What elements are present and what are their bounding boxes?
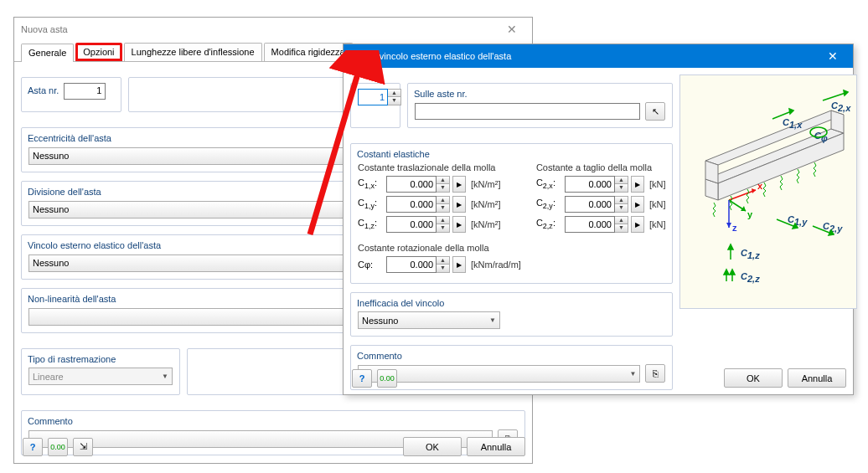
spin-up-icon[interactable]: ▲ <box>388 90 400 97</box>
spin-down-icon[interactable]: ▼ <box>388 97 400 105</box>
svg-marker-35 <box>730 270 735 275</box>
spinner-c2y[interactable]: ▲▼ <box>565 196 628 213</box>
main-title: Nuova asta <box>21 24 68 34</box>
label-taper: Tipo di rastremazione <box>25 354 118 364</box>
group-constants: Costanti elastiche Costante traslazional… <box>350 143 673 284</box>
group-taper: Tipo di rastremazione Lineare▼ <box>21 348 180 395</box>
svg-marker-31 <box>728 244 733 249</box>
help-icon[interactable]: ? <box>23 438 43 456</box>
export-icon[interactable]: ⇲ <box>73 438 93 456</box>
close-icon[interactable]: ✕ <box>819 49 846 63</box>
cancel-button[interactable]: Annulla <box>467 437 525 456</box>
label-cphi: Cφ: <box>358 260 385 270</box>
help-icon[interactable]: ? <box>352 369 372 388</box>
spinner-c1y[interactable]: ▲▼ <box>386 196 450 213</box>
units-icon[interactable]: 0.00 <box>48 438 68 456</box>
spinner-c2x[interactable]: ▲▼ <box>565 176 628 193</box>
tab-modify[interactable]: Modifica rigidezza <box>264 43 353 61</box>
field-asta-nr[interactable]: 1 <box>64 83 106 100</box>
pick-members-icon[interactable]: ↖ <box>645 102 665 121</box>
dropdown-ineff[interactable]: Nessuno▼ <box>358 311 500 329</box>
spinner-c2z[interactable]: ▲▼ <box>565 216 628 233</box>
group-asta-nr: Asta nr. 1 <box>21 77 121 112</box>
label-shear: Costante a taglio della molla <box>536 162 666 172</box>
spinner-nr[interactable]: ▲▼ <box>358 89 401 105</box>
play-icon[interactable]: ▶ <box>452 216 466 233</box>
label-eccentricity: Eccentricità dell'asta <box>25 133 114 143</box>
close-icon[interactable]: ✕ <box>499 23 525 36</box>
dialog-window: Nuovo vincolo esterno elastico dell'asta… <box>343 44 854 395</box>
svg-marker-4 <box>705 161 718 183</box>
play-icon[interactable]: ▶ <box>631 196 644 213</box>
label-asta-nr: Asta nr. <box>25 85 61 95</box>
label-c1x: C1,x: <box>358 177 385 190</box>
group-on-members: Sulle aste nr. ↖ <box>407 83 673 128</box>
label-c1z: C1,z: <box>358 218 385 230</box>
svg-text:C2,z: C2,z <box>741 271 760 284</box>
svg-text:z: z <box>732 223 737 233</box>
tab-generale[interactable]: Generale <box>21 44 74 62</box>
label-on-members: Sulle aste nr. <box>411 89 470 99</box>
label-division: Divisione dell'asta <box>25 187 104 197</box>
input-nr[interactable] <box>358 89 388 105</box>
cancel-button[interactable]: Annulla <box>788 368 846 388</box>
play-icon[interactable]: ▶ <box>631 216 644 233</box>
svg-marker-23 <box>789 109 793 114</box>
spinner-c1z[interactable]: ▲▼ <box>386 216 450 233</box>
ok-button[interactable]: OK <box>403 437 462 456</box>
svg-marker-11 <box>726 223 731 228</box>
play-icon[interactable]: ▶ <box>452 176 466 193</box>
label-nonlin: Non-linearità dell'asta <box>25 294 118 304</box>
label-trans: Costante traslazionale della molla <box>358 162 521 172</box>
beam-diagram-icon: x y z C1,x C2,x Cφ C1, <box>680 79 856 305</box>
label-constants: Costanti elastiche <box>354 149 432 159</box>
play-icon[interactable]: ▶ <box>452 256 466 273</box>
play-icon[interactable]: ▶ <box>631 176 644 193</box>
svg-text:x: x <box>757 181 763 191</box>
units-icon[interactable]: 0.00 <box>377 369 397 388</box>
play-icon[interactable]: ▶ <box>452 196 466 213</box>
tab-buckling[interactable]: Lunghezze libere d'inflessione <box>124 43 262 61</box>
chevron-down-icon: ▼ <box>162 373 168 380</box>
label-dialog-comment: Commento <box>354 351 405 361</box>
dialog-footer: ? 0.00 OK Annulla <box>350 368 846 388</box>
diagram-panel: x y z C1,x C2,x Cφ C1, <box>679 75 857 309</box>
svg-marker-33 <box>724 270 729 275</box>
input-on-members[interactable] <box>415 103 640 120</box>
main-footer: ? 0.00 ⇲ OK Annulla <box>21 437 525 456</box>
label-c2y: C2,y: <box>536 198 563 210</box>
svg-text:C1,x: C1,x <box>783 117 803 130</box>
label-rot: Costante rotazionale della molla <box>358 243 521 253</box>
dropdown-taper: Lineare▼ <box>28 368 173 385</box>
label-c2x: C2,x: <box>536 177 563 190</box>
label-ineff: Inefficacia del vincolo <box>354 298 447 308</box>
label-comment: Commento <box>25 416 75 426</box>
ok-button[interactable]: OK <box>724 368 783 388</box>
dialog-title: Nuovo vincolo esterno elastico dell'asta <box>350 51 511 61</box>
svg-text:y: y <box>747 209 753 219</box>
spinner-cphi[interactable]: ▲▼ <box>386 256 450 273</box>
group-nr: ▲▼ <box>350 83 400 128</box>
svg-marker-5 <box>831 111 844 133</box>
tab-opzioni[interactable]: Opzioni <box>75 43 121 61</box>
svg-marker-25 <box>844 90 848 95</box>
spinner-c1x[interactable]: ▲▼ <box>386 176 450 193</box>
svg-text:C1,z: C1,z <box>741 248 760 260</box>
label-c1y: C1,y: <box>358 198 385 210</box>
group-ineff: Inefficacia del vincolo Nessuno▼ <box>350 292 673 337</box>
label-elastic: Vincolo esterno elastico dell'asta <box>25 240 163 250</box>
chevron-down-icon: ▼ <box>489 316 496 324</box>
main-titlebar: Nuova asta ✕ <box>14 18 532 41</box>
label-c2z: C2,z: <box>536 218 563 230</box>
dialog-titlebar: Nuovo vincolo esterno elastico dell'asta… <box>344 44 853 68</box>
